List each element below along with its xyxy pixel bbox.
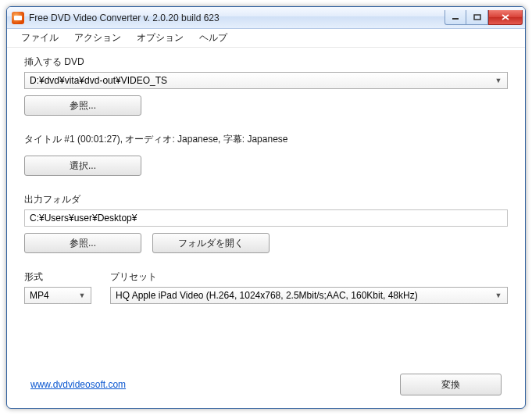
output-folder-label: 出力フォルダ [24, 193, 508, 206]
maximize-button[interactable] [466, 10, 488, 25]
chevron-down-icon: ▼ [493, 292, 504, 299]
close-button[interactable] [488, 10, 523, 25]
titlebar: Free DVD Video Converter v. 2.0.20 build… [7, 7, 525, 29]
window-controls [445, 10, 523, 26]
chevron-down-icon: ▼ [77, 292, 87, 299]
menu-options[interactable]: オプション [129, 29, 191, 47]
output-folder-input[interactable]: C:¥Users¥user¥Desktop¥ [24, 209, 508, 227]
dvd-path-value: D:¥dvd¥vita¥dvd-out¥VIDEO_TS [30, 75, 493, 86]
minimize-button[interactable] [445, 10, 466, 25]
format-value: MP4 [30, 290, 77, 301]
website-link[interactable]: www.dvdvideosoft.com [30, 379, 126, 390]
content-area: 挿入する DVD D:¥dvd¥vita¥dvd-out¥VIDEO_TS ▼ … [7, 48, 525, 313]
chevron-down-icon: ▼ [493, 77, 504, 84]
format-combo[interactable]: MP4 ▼ [24, 287, 91, 304]
menu-help[interactable]: ヘルプ [191, 29, 235, 47]
browse-dvd-button[interactable]: 参照... [24, 95, 141, 116]
open-folder-button[interactable]: フォルダを開く [152, 233, 270, 253]
title-info-text: タイトル #1 (00:01:27), オーディオ: Japanese, 字幕:… [24, 133, 508, 146]
preset-value: HQ Apple iPad Video (H.264, 1024x768, 2.… [116, 290, 493, 301]
window-title: Free DVD Video Converter v. 2.0.20 build… [29, 13, 445, 23]
svg-rect-1 [474, 15, 480, 20]
convert-button[interactable]: 変換 [400, 374, 502, 395]
dvd-path-combo[interactable]: D:¥dvd¥vita¥dvd-out¥VIDEO_TS ▼ [24, 72, 508, 89]
footer: www.dvdvideosoft.com 変換 [30, 374, 502, 395]
preset-combo[interactable]: HQ Apple iPad Video (H.264, 1024x768, 2.… [110, 287, 508, 304]
insert-dvd-label: 挿入する DVD [24, 55, 508, 69]
app-window: Free DVD Video Converter v. 2.0.20 build… [6, 6, 526, 409]
select-button[interactable]: 選択... [24, 156, 141, 176]
app-icon [12, 12, 24, 24]
menu-action[interactable]: アクション [66, 29, 129, 47]
browse-output-button[interactable]: 参照... [24, 233, 141, 253]
output-folder-value: C:¥Users¥user¥Desktop¥ [30, 213, 137, 224]
menubar: ファイル アクション オプション ヘルプ [7, 29, 525, 48]
format-label: 形式 [24, 270, 91, 284]
menu-file[interactable]: ファイル [13, 29, 66, 47]
preset-label: プリセット [110, 270, 508, 284]
